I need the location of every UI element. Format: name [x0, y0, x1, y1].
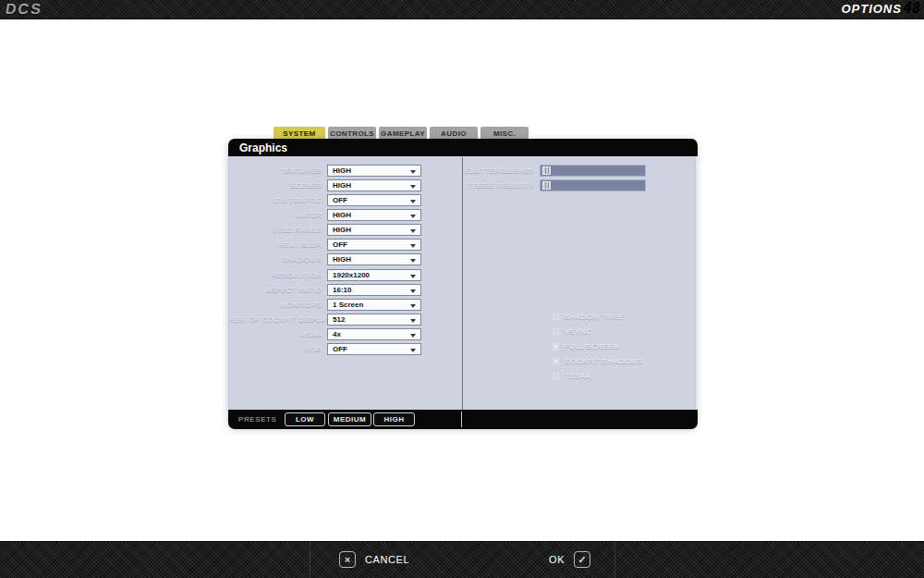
checkbox-label: SHADOW TREE: [565, 313, 624, 321]
preset-button-low[interactable]: LOW: [285, 412, 325, 426]
ok-label: OK: [549, 554, 565, 565]
checkbox-box: [553, 358, 559, 364]
dropdown-value: HIGH: [333, 255, 351, 264]
setting-label: RES. OF COCKPIT DISPLAYS: [229, 315, 322, 324]
dropdown-water[interactable]: HIGH: [327, 209, 421, 221]
chevron-down-icon: [410, 304, 416, 308]
chevron-down-icon: [410, 244, 416, 248]
dropdown-value: HIGH: [333, 226, 351, 234]
dropdown-value: 1920x1200: [333, 271, 370, 279]
tab-gameplay[interactable]: GAMEPLAY: [379, 127, 427, 140]
tab-system[interactable]: SYSTEM: [274, 127, 325, 140]
presets-label: PRESETS: [238, 415, 277, 424]
checkbox-shadow-tree[interactable]: SHADOW TREE: [553, 313, 624, 321]
dropdown-shadows[interactable]: HIGH: [327, 253, 421, 265]
setting-label: HEAT BLUR: [229, 240, 322, 249]
setting-row-visib-range: VISIB RANGEHIGH: [229, 224, 462, 236]
checkbox-box: [553, 343, 559, 350]
checkbox-label: COCKPIT SHADOWS: [565, 357, 643, 365]
setting-row-shadows: SHADOWSHIGH: [229, 253, 462, 265]
checkbox-label: VSYNC: [565, 327, 592, 336]
setting-label: VISIB RANGE: [229, 226, 322, 234]
setting-row-heat-blur: HEAT BLUROFF: [229, 239, 462, 251]
setting-label: ASPECT RATIO: [229, 286, 322, 294]
tab-audio[interactable]: AUDIO: [430, 127, 478, 140]
dropdown-visib-range[interactable]: HIGH: [327, 224, 421, 236]
dropdown-msaa[interactable]: 4x: [327, 328, 421, 340]
slider-track-clutter-bushes[interactable]: [540, 165, 646, 177]
setting-row-hdr: HDROFF: [229, 343, 462, 355]
options-label: OPTIONS: [841, 2, 902, 16]
dropdown-value: 16:10: [333, 286, 351, 294]
dropdown-heat-blur[interactable]: OFF: [327, 239, 421, 251]
dropdown-value: 512: [333, 315, 345, 324]
setting-row-water: WATERHIGH: [229, 209, 462, 221]
slider-row-clutter-bushes: CLUTTER/BUSHES0 m: [229, 165, 697, 177]
checkbox-box: [553, 373, 559, 379]
dropdown-resolution[interactable]: 1920x1200: [327, 269, 421, 281]
slider-value: 1500 m: [649, 179, 677, 191]
dropdown-value: OFF: [333, 345, 347, 353]
dropdown-value: OFF: [333, 240, 347, 249]
options-tab-bar: SYSTEMCONTROLSGAMEPLAYAUDIOMISC.: [274, 127, 529, 140]
slider-label: TREES VISIBILITY: [464, 181, 534, 190]
preset-button-high[interactable]: HIGH: [373, 412, 415, 426]
checkbox-tssaa[interactable]: TSSAA: [553, 372, 590, 380]
slider-handle[interactable]: [542, 166, 551, 175]
options-title: OPTIONS 48: [841, 2, 920, 16]
chevron-down-icon: [410, 319, 416, 323]
panel-title: Graphics: [239, 141, 287, 154]
chevron-down-icon: [410, 289, 416, 293]
top-bar: DCS OPTIONS 48: [0, 0, 924, 19]
setting-row-aspect-ratio: ASPECT RATIO16:10: [229, 284, 462, 296]
checkbox-vsync[interactable]: VSYNC: [553, 327, 592, 336]
checkbox-checked-mark: [554, 360, 557, 363]
dropdown-hdr[interactable]: OFF: [327, 343, 421, 355]
footer-bar: × CANCEL OK ✓: [0, 541, 924, 578]
chevron-down-icon: [410, 275, 416, 278]
slider-track-trees-visibility[interactable]: [540, 179, 646, 191]
chevron-down-icon: [410, 200, 416, 203]
panel-divider: [462, 157, 463, 410]
chevron-down-icon: [410, 259, 416, 263]
graphics-panel: Graphics TEXTURESHIGHSCENESHIGHCIV TRAFF…: [228, 139, 696, 427]
checkbox-cockpit-shadows[interactable]: COCKPIT SHADOWS: [553, 357, 643, 365]
slider-label: CLUTTER/BUSHES: [464, 166, 534, 175]
slider-row-trees-visibility: TREES VISIBILITY1500 m: [229, 179, 697, 191]
dcs-logo: DCS: [5, 1, 43, 18]
checkbox-label: FULL SCREEN: [565, 342, 619, 350]
checkbox-label: TSSAA: [565, 372, 590, 380]
footer-seam-left: [310, 542, 310, 578]
checkbox-full-screen[interactable]: FULL SCREEN: [553, 342, 619, 350]
chevron-down-icon: [410, 334, 416, 338]
tab-controls[interactable]: CONTROLS: [328, 127, 376, 140]
setting-label: HDR: [229, 345, 322, 353]
setting-row-resolution: RESOLUTION1920x1200: [229, 269, 462, 281]
dropdown-value: HIGH: [333, 211, 351, 219]
checkbox-box: [553, 328, 559, 335]
ok-button[interactable]: OK ✓: [549, 551, 590, 568]
setting-row-monitors: MONITORS1 Screen: [229, 299, 462, 311]
cancel-x-icon: ×: [339, 551, 356, 568]
dropdown-monitors[interactable]: 1 Screen: [327, 299, 421, 311]
slider-value: 0 m: [649, 165, 677, 177]
dropdown-value: 4x: [333, 330, 341, 338]
dropdown-res-of-cockpit-displays[interactable]: 512: [327, 314, 421, 326]
ok-check-icon: ✓: [574, 551, 590, 568]
setting-label: RESOLUTION: [229, 271, 322, 279]
setting-label: SHADOWS: [229, 255, 322, 264]
chevron-down-icon: [410, 229, 416, 233]
preset-button-medium[interactable]: MEDIUM: [328, 412, 371, 426]
footer-seam-right: [614, 542, 615, 578]
background-sky: DCS OPTIONS 48 SYSTEMCONTROLSGAMEPLAYAUD…: [0, 0, 924, 578]
setting-label: CIV TRAFFIC: [229, 196, 322, 204]
dropdown-value: OFF: [333, 196, 347, 204]
chevron-down-icon: [410, 349, 416, 352]
slider-handle[interactable]: [542, 181, 551, 190]
setting-label: WATER: [229, 211, 322, 219]
presets-divider: [461, 412, 462, 427]
dropdown-civ-traffic[interactable]: OFF: [327, 194, 421, 206]
cancel-button[interactable]: × CANCEL: [339, 551, 409, 568]
tab-misc[interactable]: MISC.: [480, 127, 529, 140]
dropdown-aspect-ratio[interactable]: 16:10: [327, 284, 421, 296]
